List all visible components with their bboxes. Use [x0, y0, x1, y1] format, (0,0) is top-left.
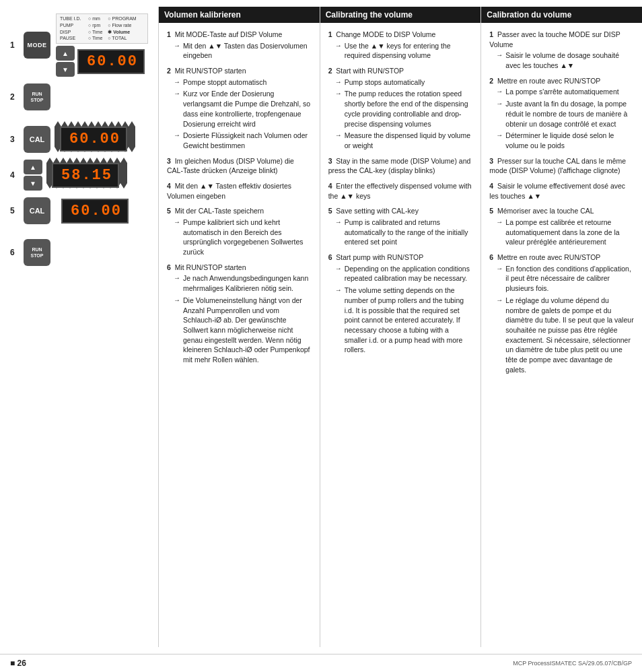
up-down-arrows-4: ▲ ▼	[24, 160, 42, 191]
fr-step-5-label: 5	[489, 207, 495, 215]
de-step-1-label: 1	[167, 30, 173, 38]
en-step-1-sub-1: → Use the ▲▼ keys for entering the requi…	[335, 41, 473, 61]
fr-step-6: 6 Mettre en route avec RUN/STOP → En fon…	[489, 253, 634, 374]
fr-step-2-sub-3: → Déterminer le liquide dosé selon le vo…	[496, 131, 634, 150]
de-step-2: 2 Mit RUN/STOP starten → Pompe stoppt au…	[167, 66, 312, 151]
run-label-1: RUN	[32, 91, 42, 97]
up-down-arrows-1: ▲ ▼	[56, 46, 75, 77]
run-stop-button-2[interactable]: RUN STOP	[24, 239, 50, 266]
step-1-number: 1	[10, 40, 18, 50]
step-4-row: 4 ▲ ▼ 58.15	[10, 160, 148, 191]
step-5-row: 5 CAL 60.00	[10, 197, 148, 224]
de-step-6-sub-2: → Die Volumeneinstellung hängt von der A…	[174, 296, 312, 365]
columns-wrapper: Volumen kalibrieren 1 Mit MODE-Taste auf…	[158, 7, 642, 647]
step-4-number: 4	[10, 170, 18, 180]
fr-step-1-label: 1	[489, 30, 495, 38]
en-step-5-sub-1: → Pump is calibrated and returns automat…	[335, 217, 473, 247]
fr-step-2-sub-1: → La pompe s'arrête automatiquement	[496, 87, 634, 97]
fr-step-4-label: 4	[489, 182, 495, 190]
fr-step-5: 5 Mémoriser avec la touche CAL → La pomp…	[489, 206, 634, 247]
fr-step-6-sub-1: → En fonction des conditions d'applicati…	[496, 264, 634, 294]
down-arrow-4[interactable]: ▼	[24, 176, 42, 191]
de-step-1-sub-1: → Mit den ▲▼ Tasten das Dosiervolumen ei…	[174, 41, 312, 61]
de-step-2-sub-2: → Kurz vor Ende der Dosierung verlangsam…	[174, 89, 312, 129]
french-header: Calibration du volume	[481, 7, 642, 23]
left-panel: 1 MODE TUBE I.D.○ mm○ PROGRAM PUMP○ rpm○…	[0, 7, 158, 647]
en-step-4: 4 Enter the effectively dispensed volume…	[328, 181, 473, 201]
en-step-6-sub-2: → The volume setting depends on the numb…	[335, 285, 473, 355]
lcd-display-3: 60.00	[60, 127, 127, 152]
de-step-6: 6 Mit RUN/STOP starten → Je nach Anwendu…	[167, 263, 312, 365]
page: 1 MODE TUBE I.D.○ mm○ PROGRAM PUMP○ rpm○…	[0, 0, 642, 672]
en-step-2: 2 Start with RUN/STOP → Pump stops autom…	[328, 66, 473, 151]
french-column: Calibration du volume 1 Passer avec la t…	[481, 7, 642, 647]
de-step-4-label: 4	[167, 182, 173, 190]
de-step-6-label: 6	[167, 263, 173, 271]
lcd-display-5: 60.00	[61, 199, 129, 224]
de-step-2-sub-3: → Dosierte Flüssigkeit nach Volumen oder…	[174, 131, 312, 150]
fr-step-3: 3 Presser sur la touche CAL dans le même…	[489, 156, 634, 176]
mode-button[interactable]: MODE	[24, 32, 50, 59]
fr-step-5-sub-1: → La pompe est calibrée et retourne auto…	[496, 217, 634, 247]
document-reference: MCP ProcessISMATEC SA/29.05.07/CB/GP	[513, 660, 632, 667]
german-column: Volumen kalibrieren 1 Mit MODE-Taste auf…	[159, 7, 320, 647]
step-1-display-block: TUBE I.D.○ mm○ PROGRAM PUMP○ rpm○ Flow r…	[56, 13, 148, 77]
page-number: ■ 26	[10, 659, 26, 668]
step-5-number: 5	[10, 206, 18, 215]
de-step-3: 3 Im gleichen Modus (DISP Volume) die CA…	[167, 156, 312, 176]
de-step-5-sub-1: → Pumpe kalibriert sich und kehrt automa…	[174, 217, 312, 257]
fr-step-2-label: 2	[489, 77, 495, 85]
en-step-3-label: 3	[328, 157, 334, 165]
english-column: Calibrating the volume 1 Change MODE to …	[320, 7, 482, 647]
cal-button-1[interactable]: CAL	[24, 126, 50, 153]
en-step-2-sub-3: → Measure the dispensed liquid by volume…	[335, 131, 473, 150]
en-step-2-sub-1: → Pump stops automatically	[335, 77, 473, 88]
step-2-row: 2 RUN STOP	[10, 83, 148, 110]
up-arrow-4[interactable]: ▲	[24, 160, 42, 174]
step-3-number: 3	[10, 135, 18, 144]
content-area: 1 MODE TUBE I.D.○ mm○ PROGRAM PUMP○ rpm○…	[0, 0, 642, 654]
up-arrow-1[interactable]: ▲	[56, 46, 75, 61]
fr-step-4: 4 Saisir le volume effectivement dosé av…	[489, 181, 634, 201]
fr-step-6-sub-2: → Le réglage du volume dépend du nombre …	[496, 296, 634, 375]
english-header: Calibrating the volume	[320, 7, 481, 23]
run-stop-button-1[interactable]: RUN STOP	[24, 83, 50, 110]
down-arrow-1[interactable]: ▼	[56, 62, 75, 77]
de-step-4: 4 Mit den ▲▼ Tasten effektiv dosiertes V…	[167, 181, 312, 201]
de-step-1: 1 Mit MODE-Taste auf DISP Volume → Mit d…	[167, 30, 312, 61]
footer: ■ 26 MCP ProcessISMATEC SA/29.05.07/CB/G…	[0, 654, 642, 672]
en-step-2-sub-2: → The pump reduces the rotation speed sh…	[335, 89, 473, 129]
lcd-display-1: 60.00	[77, 49, 145, 74]
en-step-5-label: 5	[328, 207, 334, 215]
de-step-6-sub-1: → Je nach Anwendungsbedingungen kann meh…	[174, 273, 312, 293]
german-header: Volumen kalibrieren	[159, 7, 320, 23]
en-step-2-label: 2	[328, 67, 334, 75]
lcd-display-4: 58.15	[52, 163, 119, 188]
en-step-1-label: 1	[328, 30, 334, 38]
de-step-5: 5 Mit der CAL-Taste speichern → Pumpe ka…	[167, 206, 312, 257]
en-step-5: 5 Save setting with CAL-key → Pump is ca…	[328, 206, 473, 247]
en-step-1: 1 Change MODE to DISP Volume → Use the ▲…	[328, 30, 473, 61]
en-step-4-label: 4	[328, 182, 334, 190]
stop-label-2: STOP	[31, 253, 44, 259]
de-step-3-label: 3	[167, 157, 173, 165]
run-label-2: RUN	[32, 246, 42, 253]
step-2-number: 2	[10, 92, 18, 102]
en-step-6-sub-1: → Depending on the application condition…	[335, 264, 473, 283]
fr-step-2: 2 Mettre en route avec RUN/STOP → La pom…	[489, 76, 634, 151]
de-step-2-sub-1: → Pompe stoppt automatisch	[174, 77, 312, 88]
param-table: TUBE I.D.○ mm○ PROGRAM PUMP○ rpm○ Flow r…	[56, 13, 148, 44]
de-step-2-label: 2	[167, 67, 173, 75]
fr-step-1-sub-1: → Saisir le volume de dosage souhaité av…	[496, 51, 634, 70]
en-step-6-label: 6	[328, 253, 334, 261]
de-step-5-label: 5	[167, 207, 173, 215]
en-step-3: 3 Stay in the same mode (DISP Volume) an…	[328, 156, 473, 176]
step-1-row: 1 MODE TUBE I.D.○ mm○ PROGRAM PUMP○ rpm○…	[10, 13, 148, 77]
en-step-6: 6 Start pump with RUN/STOP → Depending o…	[328, 253, 473, 355]
stop-label-1: STOP	[31, 97, 44, 103]
step-3-row: 3 CAL 60.00	[10, 125, 148, 153]
step-6-row: 6 RUN STOP	[10, 239, 148, 266]
step-6-number: 6	[10, 248, 18, 257]
cal-button-2[interactable]: CAL	[24, 197, 50, 224]
fr-step-3-label: 3	[489, 157, 495, 165]
